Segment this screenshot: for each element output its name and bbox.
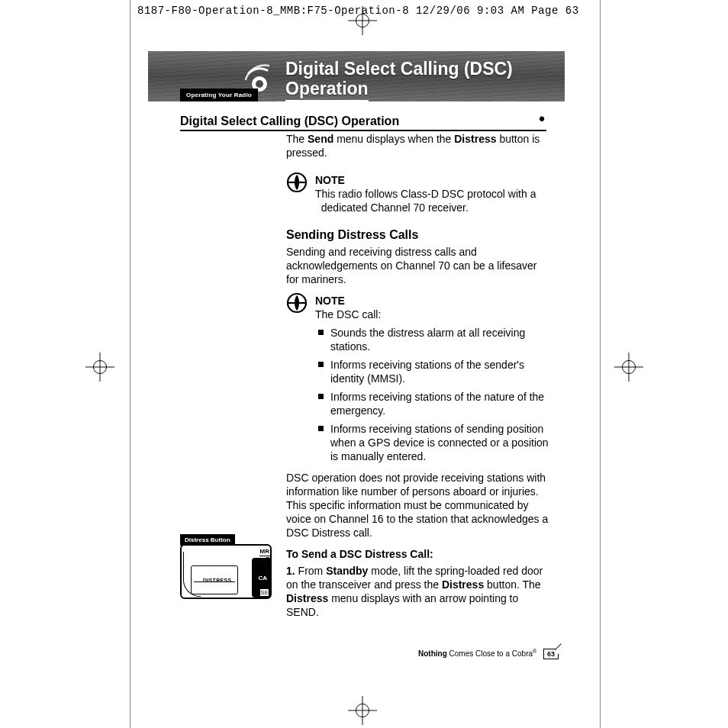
text-bold: Distress xyxy=(454,133,496,145)
note-label: NOTE xyxy=(315,294,549,308)
list-item: Informs receiving stations of sending po… xyxy=(330,422,549,463)
list-item: Informs receiving stations of the sender… xyxy=(330,358,549,385)
note-block: NOTE This radio follows Class-D DSC prot… xyxy=(286,173,549,214)
note-icon xyxy=(286,172,308,193)
to-send-heading: To Send a DSC Distress Call: xyxy=(286,547,549,561)
note-label: NOTE xyxy=(315,173,549,187)
registration-mark-icon xyxy=(614,353,643,382)
ca-label: CA xyxy=(258,575,267,581)
step-1: 1. From Standby mode, lift the spring-lo… xyxy=(286,564,549,619)
body-content: The Send menu displays when the Distress… xyxy=(286,132,549,619)
sending-body: Sending and receiving distress calls and… xyxy=(286,245,549,286)
text: button. The xyxy=(484,578,540,591)
registration-mark-icon xyxy=(348,6,377,35)
note-icon xyxy=(286,292,308,314)
text-bold: Distress xyxy=(286,592,328,604)
registration-mark-icon xyxy=(85,353,114,382)
footer-text: Comes Close to a Cobra xyxy=(447,649,533,658)
figure-illustration: DISTRESS MR D CA SE xyxy=(180,544,272,599)
distress-button-figure: Distress Button DISTRESS MR D CA SE xyxy=(180,531,273,599)
svg-point-13 xyxy=(256,80,263,88)
subheading-sending: Sending Distress Calls xyxy=(286,228,549,242)
text-bold: Distress xyxy=(442,578,484,591)
section-heading: Digital Select Calling (DSC) Operation • xyxy=(180,114,546,131)
text: From xyxy=(298,565,327,577)
text-bold: Standby xyxy=(326,565,368,577)
se-label: SE xyxy=(260,589,269,596)
text: The xyxy=(286,133,308,145)
banner-title-line1: Digital Select Calling (DSC) xyxy=(285,59,513,79)
footer-bold: Nothing xyxy=(418,649,447,658)
text-bold: Send xyxy=(308,133,333,145)
note-block: NOTE The DSC call: xyxy=(286,294,549,321)
dsc-bullet-list: Sounds the distress alarm at all receivi… xyxy=(286,326,549,463)
d-label: D xyxy=(266,556,270,562)
page-number: 63 xyxy=(543,649,559,659)
dsc-paragraph: DSC operation does not provide receiving… xyxy=(286,471,549,540)
figure-caption: Distress Button xyxy=(180,534,235,546)
note-intro: The DSC call: xyxy=(315,308,549,321)
section-heading-text: Digital Select Calling (DSC) Operation xyxy=(180,114,399,127)
heading-bullet-icon: • xyxy=(539,114,545,124)
text: menu displays when the xyxy=(333,133,454,145)
note-text: This radio follows Class-D DSC protocol … xyxy=(315,187,549,214)
section-tab: Operating Your Radio xyxy=(180,89,258,101)
banner-title-line2: Operation xyxy=(285,79,369,101)
intro-paragraph: The Send menu displays when the Distress… xyxy=(286,132,549,159)
step-number: 1. xyxy=(286,565,295,577)
distress-key-label: DISTRESS xyxy=(203,578,231,583)
registration-mark-icon xyxy=(348,696,377,725)
registered-icon: ® xyxy=(533,649,536,654)
list-item: Informs receiving stations of the nature… xyxy=(330,390,549,417)
page-footer: Nothing Comes Close to a Cobra® 63 xyxy=(418,649,559,659)
list-item: Sounds the distress alarm at all receivi… xyxy=(330,326,549,353)
